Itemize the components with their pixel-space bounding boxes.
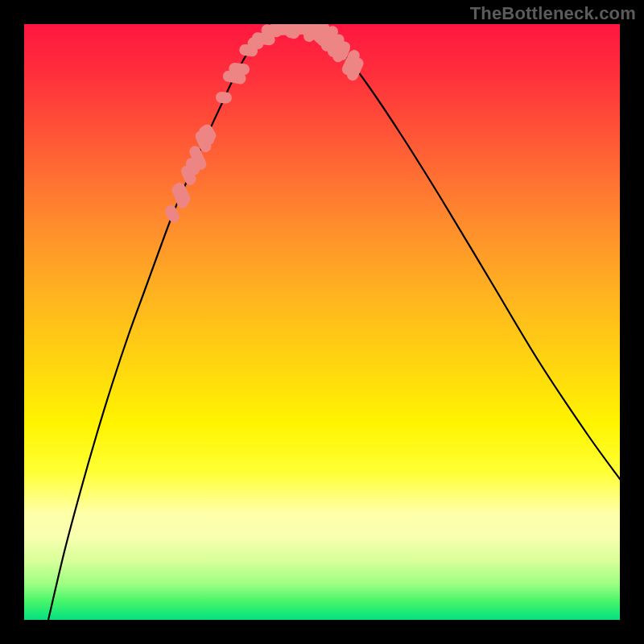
curve-markers	[163, 24, 365, 225]
marker-pill	[275, 24, 291, 35]
marker-pill	[163, 204, 181, 225]
watermark-text: TheBottleneck.com	[470, 3, 636, 24]
frame: TheBottleneck.com	[0, 0, 644, 644]
bottleneck-curve	[48, 26, 620, 620]
plot-area	[24, 24, 620, 620]
marker-pill	[215, 91, 232, 104]
chart-svg	[24, 24, 620, 620]
